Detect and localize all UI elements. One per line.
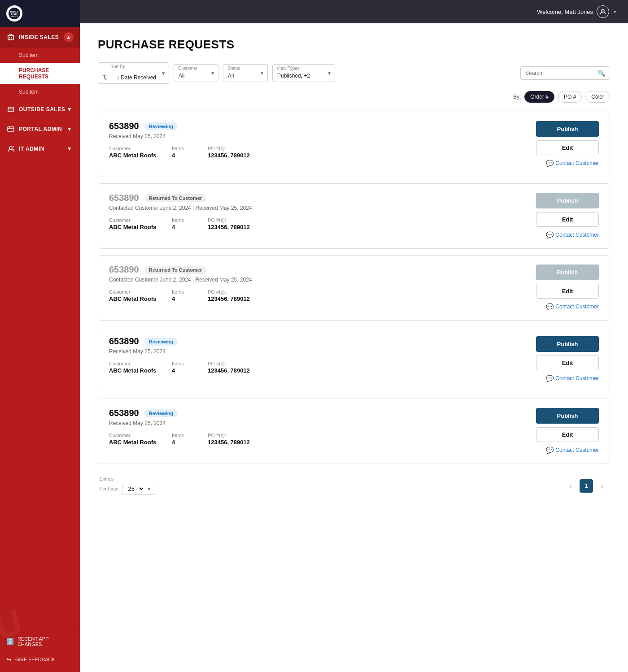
nav-label-it-admin: IT ADMIN [19, 146, 44, 152]
publish-button-1[interactable]: Publish [536, 193, 599, 208]
chat-icon-2: 💬 [546, 303, 554, 310]
po-label-4: PO #(s): [208, 433, 529, 438]
items-value-3: 4 [172, 367, 208, 374]
po-label-0: PO #(s): [208, 146, 529, 151]
svg-rect-4 [8, 35, 13, 40]
card-details-0: Customer ABC Metal Roofs Items 4 PO #(s)… [109, 146, 529, 159]
recent-changes-label: RECENT APP CHANGES [17, 636, 74, 647]
sortby-row: By: Order # PO # Color [98, 91, 610, 103]
card-actions-1: Publish Edit 💬 Contact Customer [536, 193, 599, 239]
publish-button-0[interactable]: Publish [536, 121, 599, 137]
customer-label-1: Customer [109, 217, 172, 223]
customer-label-0: Customer [109, 146, 172, 151]
chat-icon-0: 💬 [546, 160, 554, 167]
customer-label-4: Customer [109, 433, 172, 438]
card-card-1: 653890 Reviewing Received May 25, 2024 C… [98, 112, 610, 177]
contact-button-4[interactable]: 💬 Contact Customer [546, 446, 599, 455]
sidebar-logo: UNITED STEEL SUPPLY [0, 0, 80, 27]
outside-sales-icon [6, 105, 15, 114]
card-order-num-0: 653890 [109, 121, 139, 131]
edit-button-2[interactable]: Edit [536, 284, 599, 299]
customer-value-3: ABC Metal Roofs [109, 367, 172, 374]
publish-button-3[interactable]: Publish [536, 336, 599, 352]
entries-label-line2: Per Page: [100, 486, 119, 492]
customer-select[interactable]: All [174, 64, 218, 82]
nav-item-inside-sales[interactable]: INSIDE SALES ▲ [0, 27, 80, 48]
svg-rect-11 [8, 127, 14, 131]
chevron-down-icon-it: ▼ [65, 145, 74, 153]
customer-label-3: Customer [109, 361, 172, 366]
sidebar-item-give-feedback[interactable]: ↪ GIVE FEEDBACK [0, 651, 80, 668]
chevron-up-icon: ▲ [64, 32, 74, 42]
pagination-btns: ‹ 1 › [564, 479, 608, 493]
publish-button-4[interactable]: Publish [536, 408, 599, 424]
contact-label-4: Contact Customer [555, 447, 599, 453]
sidebar-item-purchase-requests[interactable]: PURCHASE REQUESTS [0, 63, 80, 84]
page-1-button[interactable]: 1 [580, 479, 593, 493]
sort-by-button[interactable]: ⇅ Sort By ↕ Date Received [98, 62, 169, 84]
nav-item-outside-sales[interactable]: OUTSIDE SALES ▼ [0, 100, 80, 119]
card-actions-4: Publish Edit 💬 Contact Customer [536, 408, 599, 455]
status-select[interactable]: All [223, 64, 268, 82]
page-title: PURCHASE REQUESTS [98, 38, 610, 52]
card-details-4: Customer ABC Metal Roofs Items 4 PO #(s)… [109, 433, 529, 446]
po-value-2: 123456, 789012 [208, 295, 529, 302]
view-types-select[interactable]: Published, +2 [272, 64, 335, 82]
customer-label-2: Customer [109, 289, 172, 295]
items-value-0: 4 [172, 152, 208, 159]
sidebar-item-recent-changes[interactable]: ℹ️ RECENT APP CHANGES [0, 632, 80, 651]
card-actions-3: Publish Edit 💬 Contact Customer [536, 336, 599, 383]
sortby-po-num[interactable]: PO # [558, 91, 582, 103]
card-left-0: 653890 Reviewing Received May 25, 2024 C… [109, 121, 529, 159]
nav-label-portal-admin: PORTAL ADMIN [19, 126, 62, 132]
topbar: Welcome, Matt Jones ▼ [80, 0, 628, 23]
feedback-icon: ↪ [6, 656, 12, 663]
entries-select-arrow: ▼ [147, 486, 151, 491]
publish-button-2[interactable]: Publish [536, 264, 599, 280]
status-filter: Status All ▼ [223, 64, 268, 82]
search-input[interactable] [525, 70, 595, 76]
sortby-color[interactable]: Color [585, 91, 610, 103]
card-date-0: Received May 25, 2024 [109, 133, 529, 139]
sidebar-bottom: ℹ️ RECENT APP CHANGES ↪ GIVE FEEDBACK [0, 627, 80, 672]
edit-button-0[interactable]: Edit [536, 140, 599, 155]
card-date-4: Received May 25, 2024 [109, 420, 529, 426]
prev-page-button[interactable]: ‹ [564, 480, 577, 492]
entries-per-page-select[interactable]: 25 50 100 [126, 485, 145, 493]
edit-button-1[interactable]: Edit [536, 212, 599, 227]
svg-rect-6 [11, 37, 12, 38]
card-order-num-3: 653890 [109, 336, 139, 347]
contact-button-1[interactable]: 💬 Contact Customer [546, 230, 599, 239]
building-icon [6, 33, 15, 42]
po-value-1: 123456, 789012 [208, 224, 529, 230]
user-avatar-icon[interactable] [597, 5, 609, 18]
card-status-badge-0: Reviewing [144, 122, 178, 130]
svg-point-14 [9, 147, 12, 149]
sidebar-item-subitem-1[interactable]: Subitem [0, 48, 80, 63]
nav-label-inside-sales: INSIDE SALES [19, 34, 59, 40]
card-details-2: Customer ABC Metal Roofs Items 4 PO #(s)… [109, 289, 529, 302]
edit-button-3[interactable]: Edit [536, 356, 599, 370]
po-label-2: PO #(s): [208, 289, 529, 295]
contact-button-2[interactable]: 💬 Contact Customer [546, 302, 599, 311]
contact-button-3[interactable]: 💬 Contact Customer [546, 374, 599, 383]
items-label-4: Items [172, 433, 208, 438]
sortby-order-num[interactable]: Order # [524, 91, 554, 103]
nav-item-portal-admin[interactable]: PORTAL ADMIN ▼ [0, 119, 80, 139]
svg-rect-8 [11, 39, 12, 40]
sortby-row-label: By: [513, 94, 521, 100]
give-feedback-label: GIVE FEEDBACK [15, 657, 55, 662]
sidebar-item-subitem-2[interactable]: Subitem [0, 84, 80, 100]
portal-admin-icon [6, 125, 15, 134]
card-header-4: 653890 Reviewing [109, 408, 529, 418]
topbar-chevron: ▼ [613, 9, 617, 14]
po-value-4: 123456, 789012 [208, 439, 529, 446]
nav-item-it-admin[interactable]: IT ADMIN ▼ [0, 139, 80, 159]
welcome-text: Welcome, Matt Jones [537, 9, 593, 15]
edit-button-4[interactable]: Edit [536, 427, 599, 442]
contact-button-0[interactable]: 💬 Contact Customer [546, 159, 599, 168]
card-left-4: 653890 Reviewing Received May 25, 2024 C… [109, 408, 529, 446]
search-icon: 🔍 [597, 69, 605, 77]
customer-filter: Customer All ▼ [174, 64, 218, 82]
next-page-button[interactable]: › [596, 480, 608, 492]
